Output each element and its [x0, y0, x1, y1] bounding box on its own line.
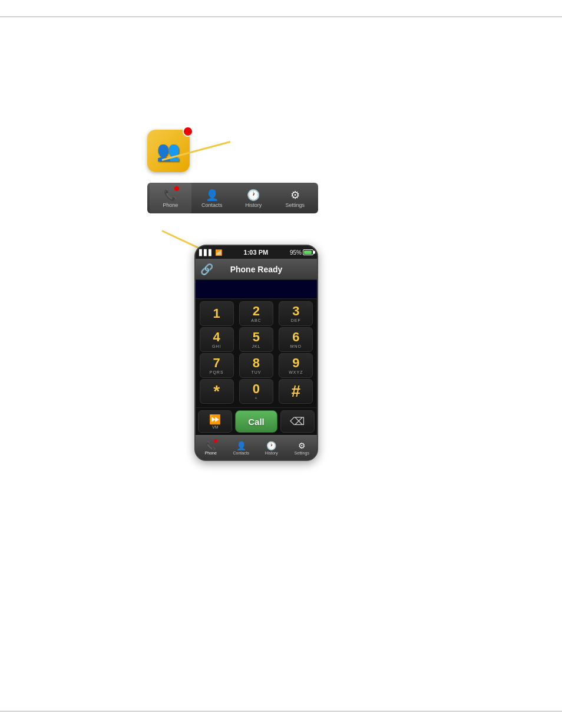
- bottom-settings-label: Settings: [295, 451, 309, 455]
- bottom-contacts-icon: 👤: [236, 441, 246, 450]
- key-3[interactable]: 3 DEF: [279, 301, 313, 326]
- key-5-letters: JKL: [252, 344, 260, 348]
- key-star[interactable]: *: [200, 379, 234, 404]
- key-6[interactable]: 6 MNO: [279, 327, 313, 352]
- contacts-tab-icon-large: 👤: [206, 189, 219, 202]
- settings-tab-icon-large: ⚙: [290, 189, 300, 202]
- key-7-number: 7: [213, 357, 220, 370]
- key-1-number: 1: [213, 307, 220, 320]
- bottom-tab-history[interactable]: 🕐 History: [256, 436, 287, 460]
- key-8-number: 8: [253, 357, 260, 370]
- nav-voip-icon: 🔗: [200, 263, 213, 276]
- phone-display: [196, 280, 317, 299]
- key-8[interactable]: 8 TUV: [239, 353, 273, 378]
- key-hash-number: #: [292, 383, 301, 400]
- key-0-number: 0: [253, 383, 260, 396]
- key-star-number: *: [213, 383, 220, 400]
- key-7[interactable]: 7 PQRS: [200, 353, 234, 378]
- key-3-number: 3: [292, 305, 299, 318]
- history-tab-label-large: History: [245, 202, 262, 208]
- phone-tab-label-large: Phone: [163, 202, 178, 208]
- action-row: ⏩ VM Call ⌫: [196, 407, 317, 435]
- key-hash[interactable]: #: [279, 379, 313, 404]
- nav-header: 🔗 Phone Ready: [196, 259, 317, 280]
- key-0[interactable]: 0 +: [239, 379, 273, 404]
- key-0-letters: +: [254, 396, 257, 400]
- key-8-letters: TUV: [251, 370, 261, 374]
- history-tab-icon-large: 🕐: [247, 189, 260, 202]
- battery-percent: 95%: [290, 249, 302, 256]
- battery-indicator: 95%: [290, 249, 313, 256]
- voicemail-button[interactable]: ⏩ VM: [198, 410, 232, 433]
- contacts-tab-label-large: Contacts: [201, 202, 223, 208]
- app-icon-badge: [183, 126, 193, 137]
- key-3-letters: DEF: [291, 318, 301, 322]
- voicemail-label: VM: [212, 425, 219, 429]
- dialpad-row-1: 1 2 ABC 3 DEF: [197, 301, 316, 326]
- status-bar: ▋▋▋ 📶 1:03 PM 95%: [196, 246, 317, 259]
- tab-large-settings[interactable]: ⚙ Settings: [275, 183, 316, 213]
- key-5-number: 5: [253, 331, 260, 344]
- tab-large-phone[interactable]: 📞 Phone: [150, 183, 191, 213]
- dialpad-row-3: 7 PQRS 8 TUV 9 WXYZ: [197, 353, 316, 378]
- page-border-top: [0, 17, 562, 17]
- bottom-contacts-label: Contacts: [233, 451, 249, 455]
- key-4-number: 4: [213, 331, 220, 344]
- app-icon[interactable]: 👥: [147, 130, 190, 172]
- bottom-phone-label: Phone: [205, 451, 217, 455]
- delete-icon: ⌫: [290, 415, 305, 428]
- call-button[interactable]: Call: [235, 410, 277, 433]
- battery-icon: [303, 249, 313, 255]
- iphone-frame: ▋▋▋ 📶 1:03 PM 95% 🔗 Phone Ready 1 2 ABC …: [194, 245, 318, 461]
- battery-fill: [304, 251, 312, 254]
- dialpad-row-2: 4 GHI 5 JKL 6 MNO: [197, 327, 316, 352]
- tab-large-history[interactable]: 🕐 History: [233, 183, 275, 213]
- key-2[interactable]: 2 ABC: [239, 301, 273, 326]
- tab-large-contacts[interactable]: 👤 Contacts: [191, 183, 233, 213]
- status-time: 1:03 PM: [244, 249, 269, 256]
- signal-icon: ▋▋▋ 📶: [199, 249, 222, 256]
- bottom-tab-bar: 📞 Phone 👤 Contacts 🕐 History ⚙ Settings: [196, 435, 317, 460]
- key-1[interactable]: 1: [200, 301, 234, 326]
- bottom-phone-icon: 📞: [206, 441, 216, 450]
- key-5[interactable]: 5 JKL: [239, 327, 273, 352]
- key-2-number: 2: [253, 305, 260, 318]
- key-9[interactable]: 9 WXYZ: [279, 353, 313, 378]
- key-9-number: 9: [292, 357, 299, 370]
- tab-bar-large: 📞 Phone 👤 Contacts 🕐 History ⚙ Settings: [147, 183, 318, 213]
- key-7-letters: PQRS: [210, 370, 224, 374]
- page-border-bottom: [0, 711, 562, 711]
- key-4-letters: GHI: [212, 344, 221, 348]
- key-9-letters: WXYZ: [289, 370, 303, 374]
- phone-tab-icon-large: 📞: [164, 189, 177, 202]
- bottom-history-icon: 🕐: [266, 441, 276, 450]
- bottom-history-label: History: [265, 451, 278, 455]
- settings-tab-label-large: Settings: [285, 202, 305, 208]
- dialpad: 1 2 ABC 3 DEF 4 GHI 5 JKL 6 MNO: [196, 299, 317, 407]
- key-2-letters: ABC: [251, 318, 261, 322]
- key-6-number: 6: [292, 331, 299, 344]
- call-button-label: Call: [248, 417, 265, 427]
- key-6-letters: MNO: [290, 344, 302, 348]
- bottom-tab-contacts[interactable]: 👤 Contacts: [226, 436, 257, 460]
- bottom-tab-phone[interactable]: 📞 Phone: [196, 436, 226, 460]
- voicemail-icon: ⏩: [209, 414, 221, 425]
- bottom-settings-icon: ⚙: [298, 441, 306, 450]
- key-4[interactable]: 4 GHI: [200, 327, 234, 352]
- dialpad-row-4: * 0 + #: [197, 379, 316, 404]
- bottom-tab-settings[interactable]: ⚙ Settings: [287, 436, 318, 460]
- app-icon-container: 👥: [147, 130, 190, 172]
- nav-title: Phone Ready: [230, 265, 283, 274]
- delete-button[interactable]: ⌫: [280, 410, 315, 433]
